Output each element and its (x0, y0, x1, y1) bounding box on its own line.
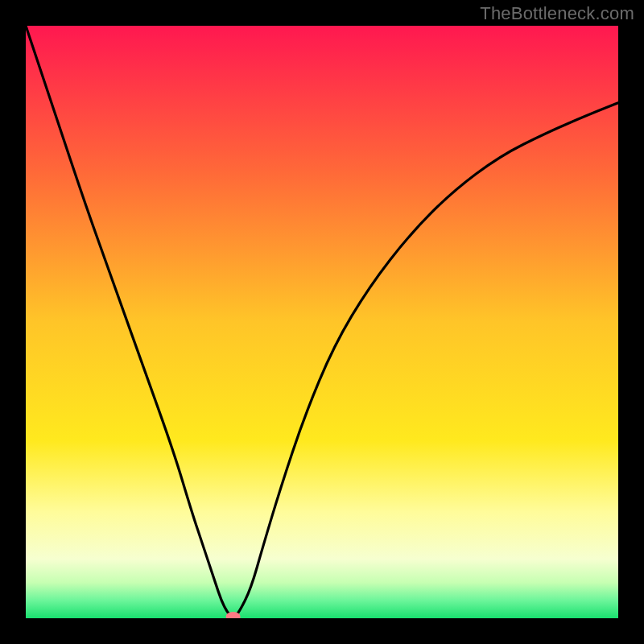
watermark-text: TheBottleneck.com (480, 3, 634, 24)
chart-background (26, 26, 618, 618)
chart-plot (26, 26, 618, 618)
chart-frame: TheBottleneck.com (0, 0, 644, 644)
